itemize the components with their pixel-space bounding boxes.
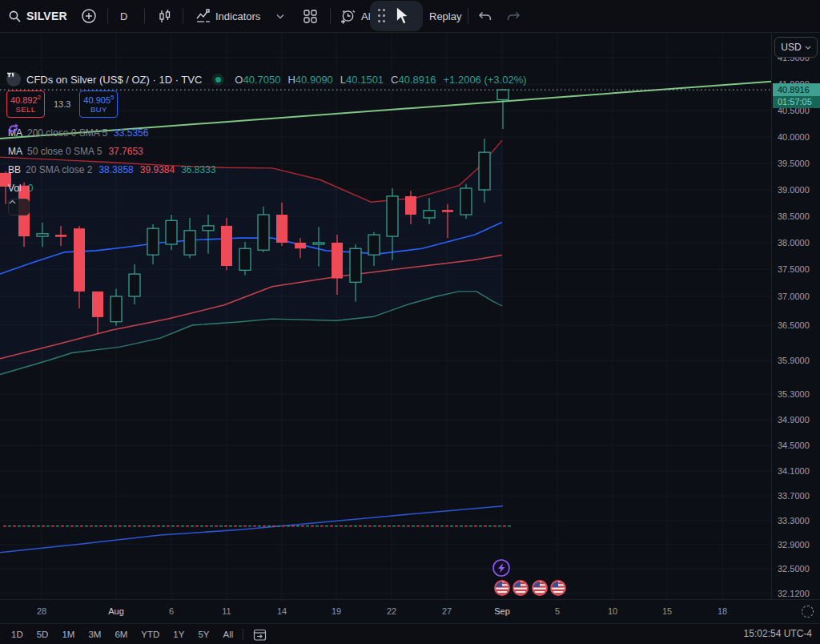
layout-grid-icon[interactable] [303,0,318,32]
price-tick-label: 33.7000 [778,491,810,501]
date-range-buttons: 1D5D1M3M6MYTD1Y5YAll [11,630,233,639]
price-tick-label: 39.0000 [778,185,810,195]
low-value: 40.1501 [346,74,384,86]
order-panel: 40.8922 SELL 13.3 40.9055 BUY [6,91,118,118]
date-label: 6 [169,606,174,616]
legend-name: BB [8,164,21,175]
range-button-6m[interactable]: 6M [115,630,127,639]
range-button-1d[interactable]: 1D [11,630,23,639]
legend-row[interactable]: MA50 close 0 SMA 537.7653 [8,142,216,160]
range-button-ytd[interactable]: YTD [141,630,159,639]
top-toolbar: SILVER D Indicators [0,0,820,33]
time-axis[interactable]: 28Aug61114192227Sep5101518 [0,599,820,624]
indicators-button[interactable]: Indicators [215,0,260,32]
range-button-5y[interactable]: 5Y [198,630,209,639]
legend-row[interactable]: Vol0 [8,179,216,197]
indicators-icon [195,0,211,32]
cursor-overlay [370,1,423,31]
price-tick-label: 35.3000 [778,389,810,399]
price-tick-label: 34.5000 [778,441,810,450]
collapse-legend-button[interactable] [8,199,30,215]
legend-params: 50 close 0 SMA 5 [27,146,102,157]
date-label: 27 [442,606,452,616]
chart-pane[interactable]: CFDs on Silver (US$ / OZ) · 1D · TVC O40… [0,32,771,599]
symbol-search-button[interactable]: SILVER [26,0,67,32]
tradingview-app: SILVER D Indicators [0,0,820,644]
candle [497,89,508,129]
search-icon[interactable] [8,0,22,32]
ma-200-line [0,506,503,553]
replay-button[interactable]: Replay [429,0,461,32]
date-label: 10 [608,606,617,616]
sell-button[interactable]: 40.8922 SELL [6,91,45,118]
legend-params: 20 SMA close 2 [26,164,92,175]
legend-row[interactable]: BB20 SMA close 238.385839.938436.8333 [8,160,216,179]
chevron-down-icon [805,46,811,50]
price-tick-label: 35.9000 [778,356,810,365]
toolbar-separator [243,629,243,640]
toolbar-separator [468,8,468,24]
date-label: Aug [108,606,124,616]
toolbar-separator [330,8,331,24]
price-tick-label: 40.0000 [778,132,810,142]
range-button-5d[interactable]: 5D [37,630,49,639]
currency-selector[interactable]: USD [774,37,818,58]
legend-name: MA [8,146,22,157]
date-label: 5 [555,606,560,616]
date-label: 22 [387,606,396,616]
high-value: 40.9090 [295,74,333,86]
price-tick-label: 32.9000 [778,540,810,549]
chart-style-candles-icon[interactable] [157,0,172,32]
toolbar-separator [144,8,145,24]
alert-clock-icon[interactable] [340,0,356,32]
toolbar-separator [107,8,108,24]
legend-params: 200 close 0 SMA 5 [27,127,107,139]
undo-icon[interactable] [477,0,492,32]
price-tick-label: 38.5000 [778,211,810,221]
price-axis[interactable]: 41.500041.000040.500040.000039.500039.00… [771,32,820,599]
us-flag-event-icon[interactable] [533,581,547,595]
range-button-1y[interactable]: 1Y [173,630,184,639]
legend-value: 38.3858 [98,164,133,175]
close-value: 40.8916 [398,74,436,86]
chevron-down-icon[interactable] [276,0,284,32]
price-tick-label: 34.1000 [778,466,810,476]
price-tick-label: 33.3000 [778,516,810,525]
us-flag-event-icon[interactable] [495,581,509,595]
compare-add-icon[interactable] [81,0,97,32]
price-tick-label: 37.5000 [778,264,810,274]
date-label: 14 [277,606,287,616]
range-button-1m[interactable]: 1M [62,630,74,639]
price-tick-label: 39.5000 [778,159,810,168]
date-label: 11 [222,606,231,616]
candle [166,215,177,250]
market-status-icon[interactable] [212,74,224,86]
toolbar-separator [183,8,183,24]
price-tick-label: 36.5000 [778,320,810,330]
clock-utc[interactable]: 15:02:54 UTC-4 [744,628,812,639]
date-label: Sep [494,606,510,616]
interval-button[interactable]: D [120,0,127,32]
buy-button[interactable]: 40.9055 BUY [79,91,118,118]
lightning-event-icon[interactable] [493,560,509,576]
axis-settings-gear-icon[interactable] [802,606,814,618]
price-tick-label: 32.1200 [778,589,810,598]
spread-value: 13.3 [54,99,70,109]
date-label: 18 [718,606,727,616]
date-label: 28 [37,606,46,616]
legend-row[interactable]: MA200 close 0 SMA 533.5356 [8,123,216,142]
range-button-3m[interactable]: 3M [88,630,101,639]
bottom-toolbar: 1D5D1M3M6MYTD1Y5YAll 15:02:54 UTC-4 [0,623,820,644]
sync-icon[interactable] [8,123,18,134]
indicator-legends: MA200 close 0 SMA 533.5356MA50 close 0 S… [8,123,216,197]
symbol-logo[interactable] [6,72,21,87]
us-flag-event-icon[interactable] [513,581,528,595]
range-button-all[interactable]: All [223,630,234,639]
candle [460,184,472,219]
us-flag-event-icon[interactable] [551,581,565,595]
go-to-date-icon[interactable] [253,628,267,642]
redo-icon[interactable] [506,0,521,32]
ohlc-values: O40.7050 H40.9090 L40.1501 C40.8916 +1.2… [235,74,526,86]
chart-title[interactable]: CFDs on Silver (US$ / OZ) · 1D · TVC [26,74,202,86]
drag-handle-dots-icon[interactable] [378,9,384,23]
